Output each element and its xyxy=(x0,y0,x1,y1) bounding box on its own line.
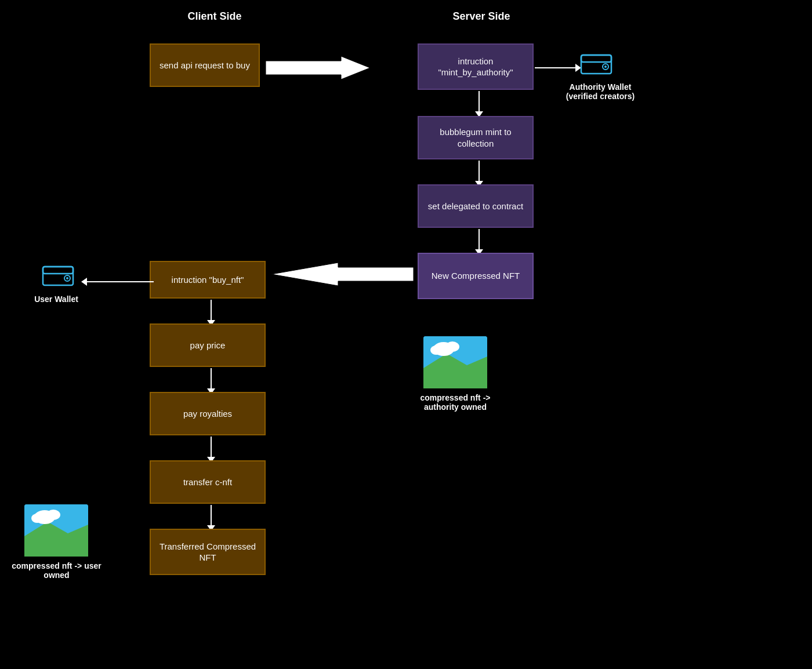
transferred-cnft-box: Transferred Compressed NFT xyxy=(150,529,266,575)
server-side-label: Server Side xyxy=(447,10,516,23)
svg-point-15 xyxy=(66,277,68,279)
pay-price-box: pay price xyxy=(150,323,266,367)
user-wallet-icon xyxy=(42,261,77,292)
big-arrow-right-1 xyxy=(266,56,370,82)
svg-point-20 xyxy=(46,510,60,520)
svg-point-4 xyxy=(604,66,607,68)
pay-royalties-box: pay royalties xyxy=(150,392,266,435)
nft-user-label: compressed nft -> user owned xyxy=(12,561,102,580)
authority-wallet-label: Authority Wallet (verified creators) xyxy=(563,82,638,101)
svg-rect-13 xyxy=(43,267,73,274)
arrow-to-user-wallet xyxy=(81,278,154,286)
new-compressed-nft-box: New Compressed NFT xyxy=(418,253,534,299)
nft-authority-icon xyxy=(423,336,487,391)
arrow-down-4 xyxy=(207,300,215,326)
diagram-container: Client Side Server Side send api request… xyxy=(0,0,812,669)
svg-rect-2 xyxy=(581,55,611,62)
svg-point-9 xyxy=(445,341,459,352)
nft-user-icon xyxy=(24,504,88,559)
authority-wallet-icon xyxy=(580,49,615,81)
arrow-down-7 xyxy=(207,505,215,531)
arrow-to-authority xyxy=(535,64,581,72)
svg-marker-11 xyxy=(271,263,414,286)
arrow-down-3 xyxy=(475,229,483,255)
set-delegated-box: set delegated to contract xyxy=(418,184,534,228)
instruction-buy-box: intruction "buy_nft" xyxy=(150,261,266,299)
user-wallet-label: User Wallet xyxy=(24,294,88,304)
svg-point-21 xyxy=(31,514,43,523)
big-arrow-left-1 xyxy=(271,263,414,288)
arrow-down-2 xyxy=(475,161,483,187)
nft-authority-label: compressed nft -> authority owned xyxy=(406,393,505,412)
instruction-mint-box: intruction "mint_by_authority" xyxy=(418,43,534,90)
send-api-box: send api request to buy xyxy=(150,43,260,87)
arrow-down-1 xyxy=(475,91,483,117)
client-side-label: Client Side xyxy=(180,10,249,23)
svg-point-10 xyxy=(430,346,442,355)
transfer-cnft-box: transfer c-nft xyxy=(150,460,266,504)
svg-marker-0 xyxy=(266,56,370,79)
bubblegum-mint-box: bubblegum mint to collection xyxy=(418,116,534,159)
arrow-down-6 xyxy=(207,437,215,463)
arrow-down-5 xyxy=(207,368,215,394)
